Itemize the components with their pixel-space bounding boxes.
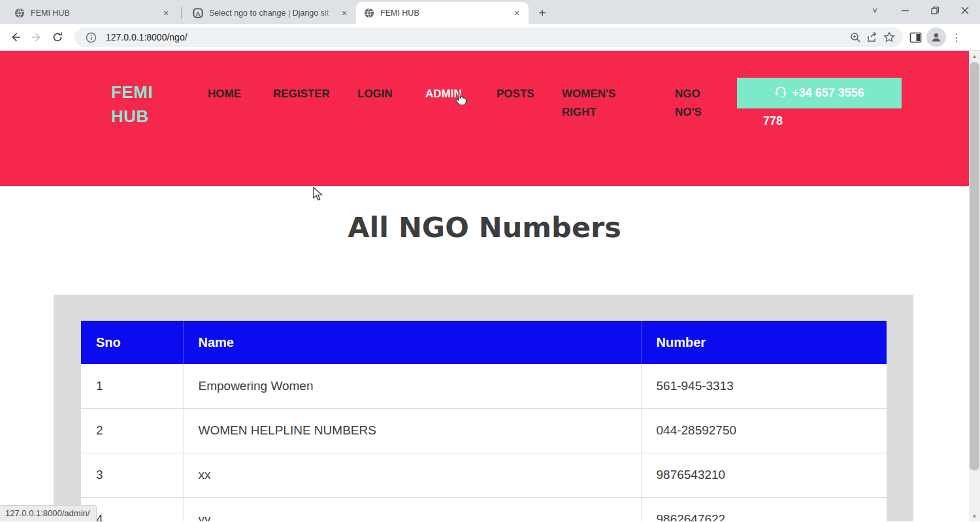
globe-icon	[364, 8, 374, 18]
scroll-down-icon[interactable]: ▼	[969, 511, 980, 521]
share-icon[interactable]	[864, 29, 881, 46]
toolbar-right-icons: ⋮	[907, 27, 964, 47]
forward-button[interactable]	[26, 27, 47, 48]
cell-name: xx	[183, 453, 641, 497]
restore-button[interactable]	[920, 1, 950, 20]
phone-button[interactable]: +34 657 3556	[737, 78, 902, 108]
nav-login[interactable]: LOGIN	[357, 85, 393, 103]
tab-search-chevron-icon[interactable]: ˅	[860, 1, 890, 20]
zoom-icon[interactable]	[847, 29, 864, 46]
logo-line-2: HUB	[111, 105, 153, 129]
nav-womens-right[interactable]: WOMEN'S RIGHT	[562, 85, 627, 122]
site-logo[interactable]: FEMI HUB	[111, 80, 153, 129]
url-text[interactable]: 127.0.0.1:8000/ngo/	[106, 32, 847, 42]
cell-sno: 1	[81, 364, 183, 408]
cell-name: Empowering Women	[183, 364, 641, 408]
browser-toolbar: 127.0.0.1:8000/ngo/ ⋮	[0, 24, 980, 51]
arrow-cursor	[312, 187, 325, 201]
nav-posts[interactable]: POSTS	[497, 85, 534, 103]
django-icon: A	[193, 8, 203, 18]
phone-number: +34 657 3556	[792, 86, 864, 100]
cell-sno: 2	[81, 408, 183, 453]
browser-tab-strip: FEMI HUB × A Select ngo to change | Djan…	[0, 0, 980, 24]
phone-number-overflow: 778	[763, 114, 783, 128]
status-bar-link: 127.0.0.1:8000/admin/	[0, 505, 97, 521]
bookmark-star-icon[interactable]	[881, 29, 898, 46]
cell-name: WOMEN HELPLINE NUMBERS	[183, 408, 641, 453]
scroll-up-icon[interactable]: ▲	[969, 51, 980, 61]
tab-django-admin[interactable]: A Select ngo to change | Django sit ×	[185, 2, 356, 24]
page-viewport: FEMI HUB HOME REGISTER LOGIN ADMIN POSTS…	[0, 51, 980, 521]
page-title: All NGO Numbers	[0, 211, 969, 244]
table-card: Sno Name Number 1 Empowering Women 561-9…	[54, 295, 913, 521]
address-bar[interactable]: 127.0.0.1:8000/ngo/	[74, 27, 903, 47]
col-header-sno: Sno	[81, 321, 183, 364]
tab-separator	[181, 7, 182, 19]
close-window-button[interactable]	[950, 1, 980, 20]
nav-home[interactable]: HOME	[208, 85, 241, 103]
cell-number: 044-28592750	[641, 408, 887, 453]
ngo-table: Sno Name Number 1 Empowering Women 561-9…	[81, 321, 887, 521]
profile-avatar[interactable]	[926, 27, 946, 47]
col-header-name: Name	[183, 321, 641, 364]
tab-title: FEMI HUB	[31, 8, 161, 18]
cell-number: 9862647622	[641, 497, 887, 521]
table-row: 3 xx 9876543210	[81, 453, 887, 497]
tab-close-icon[interactable]: ×	[339, 8, 350, 18]
reload-button[interactable]	[47, 27, 68, 48]
nav-register[interactable]: REGISTER	[273, 85, 330, 103]
table-row: 2 WOMEN HELPLINE NUMBERS 044-28592750	[81, 408, 887, 453]
tab-title: FEMI HUB	[380, 8, 512, 18]
scrollbar-thumb[interactable]	[970, 62, 979, 470]
tab-title: Select ngo to change | Django sit	[209, 8, 339, 18]
nav-ngo-nos[interactable]: NGO NO'S	[675, 85, 708, 122]
tab-close-icon[interactable]: ×	[161, 8, 171, 18]
side-panel-icon[interactable]	[907, 29, 924, 46]
table-header-row: Sno Name Number	[81, 321, 887, 364]
tab-close-icon[interactable]: ×	[512, 8, 522, 18]
tab-femi-hub-active[interactable]: FEMI HUB ×	[356, 2, 529, 24]
headset-icon	[774, 85, 787, 101]
cell-sno: 3	[81, 453, 183, 497]
minimize-button[interactable]	[890, 1, 920, 20]
svg-text:A: A	[196, 10, 201, 17]
nav-admin[interactable]: ADMIN	[425, 85, 462, 103]
site-header: FEMI HUB HOME REGISTER LOGIN ADMIN POSTS…	[0, 51, 969, 186]
site-info-icon[interactable]	[82, 29, 99, 46]
cell-number: 561-945-3313	[641, 364, 887, 408]
table-row: 1 Empowering Women 561-945-3313	[81, 364, 887, 408]
tab-femi-hub-1[interactable]: FEMI HUB ×	[7, 2, 178, 24]
globe-icon	[14, 8, 25, 18]
back-button[interactable]	[5, 27, 26, 48]
new-tab-button[interactable]: +	[534, 5, 551, 22]
table-row: 4 yy 9862647622	[81, 497, 887, 521]
window-controls: ˅	[860, 0, 980, 21]
cell-number: 9876543210	[641, 453, 887, 497]
logo-line-1: FEMI	[111, 80, 153, 105]
cell-name: yy	[183, 497, 641, 521]
col-header-number: Number	[641, 321, 887, 364]
browser-menu-icon[interactable]: ⋮	[949, 31, 964, 44]
page-scrollbar[interactable]: ▲ ▼	[969, 51, 980, 521]
